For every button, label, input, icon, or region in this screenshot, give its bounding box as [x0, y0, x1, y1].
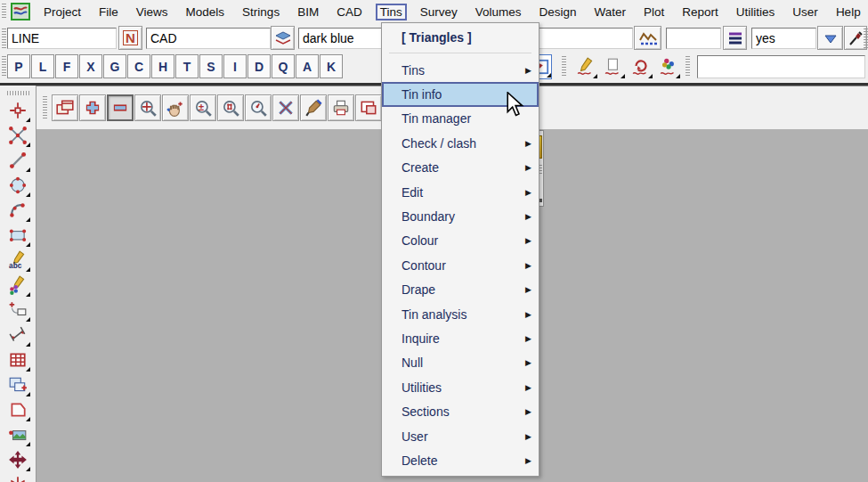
zoom-prev-button[interactable] [245, 94, 272, 121]
shrink-view-button[interactable] [107, 94, 134, 121]
recalc-string-button[interactable] [629, 54, 653, 79]
tins-menu-item[interactable]: Drape ▶ [382, 278, 539, 302]
function-key-button[interactable]: P [7, 54, 30, 78]
cleanup-view-button[interactable] [300, 94, 327, 121]
add-view-button[interactable] [79, 94, 106, 121]
model-input[interactable] [146, 28, 271, 49]
grid-button[interactable] [5, 347, 30, 372]
tins-menu-item[interactable]: Null ▶ [382, 351, 539, 375]
draw-string-button[interactable] [573, 54, 597, 79]
rectangle-button[interactable] [5, 223, 30, 248]
plot-view-button[interactable] [328, 94, 354, 121]
toolbar-grip[interactable] [7, 91, 30, 95]
function-key-button[interactable]: A [296, 54, 319, 78]
tins-menu-item[interactable]: Tins ▶ [382, 58, 539, 82]
toolbar-grip[interactable] [2, 56, 6, 76]
tins-menu-item[interactable]: Colour ▶ [382, 229, 539, 253]
n-glyph: N [123, 30, 138, 45]
arc-button[interactable] [5, 198, 30, 223]
toolbar-grip[interactable] [685, 56, 690, 78]
symbol-button[interactable] [5, 273, 30, 298]
toolbar-grip[interactable] [562, 56, 566, 78]
menubar-item[interactable]: Design [535, 4, 581, 20]
menubar-item[interactable]: Tins [376, 4, 407, 20]
toggle-input[interactable] [751, 28, 816, 49]
tin-picker-button[interactable] [634, 26, 661, 50]
tins-menu-item[interactable]: User ▶ [382, 424, 539, 448]
point-star-button[interactable] [5, 472, 30, 482]
name-picker-button[interactable]: N [118, 26, 142, 50]
function-key-button[interactable]: T [175, 54, 199, 78]
function-key-button[interactable]: S [199, 54, 223, 78]
toolbar-grip[interactable] [43, 96, 47, 119]
tins-menu-item[interactable]: Tin analysis ▶ [382, 302, 539, 326]
redraw-view-button[interactable] [272, 94, 299, 121]
function-key-button[interactable]: L [31, 54, 54, 78]
command-input[interactable] [697, 55, 865, 78]
menubar-item[interactable]: Plot [639, 4, 669, 20]
polygon-button[interactable] [5, 397, 30, 422]
tins-menu-item[interactable]: Delete ▶ [382, 448, 539, 472]
function-key-button[interactable]: H [151, 54, 174, 78]
linestyle-input[interactable] [666, 28, 721, 49]
toolbar-grip[interactable] [2, 29, 6, 48]
linestyle-picker-button[interactable] [723, 26, 747, 50]
tins-menu-item[interactable]: Contour ▶ [382, 253, 539, 277]
create-point-button[interactable] [5, 298, 30, 323]
zoom-view-button[interactable]: ± [190, 94, 216, 121]
pan-view-button[interactable] [162, 94, 189, 121]
menubar-item[interactable]: Report [677, 4, 723, 20]
menubar-item[interactable]: Utilities [732, 4, 780, 20]
image-button[interactable] [5, 422, 30, 447]
toolbar-grip[interactable] [864, 29, 868, 48]
circle-button[interactable] [5, 173, 30, 198]
fit-view-button[interactable] [134, 94, 161, 121]
function-key-button[interactable]: G [103, 54, 126, 78]
toggle-dropdown-button[interactable] [817, 26, 843, 50]
fit-view-icon [138, 98, 158, 118]
tins-menu-item[interactable]: Boundary ▶ [382, 204, 539, 228]
page-string-button[interactable] [601, 54, 625, 79]
menubar-item[interactable]: Strings [238, 4, 284, 20]
function-key-button[interactable]: X [79, 54, 102, 78]
menubar-item[interactable]: Survey [416, 4, 462, 20]
menubar-item[interactable]: Water [590, 4, 631, 20]
function-key-button[interactable]: I [223, 54, 247, 78]
menubar-item[interactable]: Views [132, 4, 173, 20]
views-button[interactable] [52, 94, 78, 121]
tins-menu-item[interactable]: Sections ▶ [382, 399, 539, 423]
menubar-item[interactable]: File [94, 4, 123, 20]
copy-window-button[interactable] [355, 94, 382, 121]
line-button[interactable] [5, 148, 30, 173]
menubar-item[interactable]: Volumes [471, 4, 526, 20]
tins-menu-item[interactable]: Check / clash ▶ [382, 131, 539, 155]
tins-menu-item[interactable]: Utilities ▶ [382, 375, 539, 399]
points-cross-button[interactable] [5, 123, 30, 148]
function-key-button[interactable]: C [127, 54, 150, 78]
toolbar-grip[interactable] [2, 4, 6, 20]
point-snap-button[interactable] [5, 98, 30, 123]
copy-view-button[interactable] [5, 372, 30, 397]
function-key-button[interactable]: K [320, 54, 343, 78]
tins-menu-item[interactable]: Edit ▶ [382, 180, 539, 204]
menubar-item[interactable]: Project [39, 4, 85, 20]
function-key-button[interactable]: F [55, 54, 78, 78]
function-key-button[interactable]: D [247, 54, 271, 78]
menubar-item[interactable]: User [788, 4, 823, 20]
zoom-extent-button[interactable] [217, 94, 244, 121]
menubar-item[interactable]: Help [831, 4, 865, 20]
multi-string-button[interactable] [656, 54, 680, 79]
add-view-icon [83, 98, 102, 118]
model-picker-button[interactable] [271, 26, 295, 50]
menubar-item[interactable]: CAD [332, 4, 367, 20]
tin-input[interactable] [537, 28, 633, 49]
menubar-item[interactable]: Models [182, 4, 230, 20]
tins-menu-item[interactable]: Inquire ▶ [382, 326, 539, 350]
move-view-button[interactable] [5, 447, 30, 472]
menubar-item[interactable]: BIM [293, 4, 323, 20]
tins-menu-item[interactable]: Create ▶ [382, 156, 539, 180]
function-key-button[interactable]: Q [272, 54, 295, 78]
name-input[interactable] [7, 28, 117, 49]
text-button[interactable]: abc [5, 248, 30, 273]
measure-button[interactable] [5, 323, 30, 347]
